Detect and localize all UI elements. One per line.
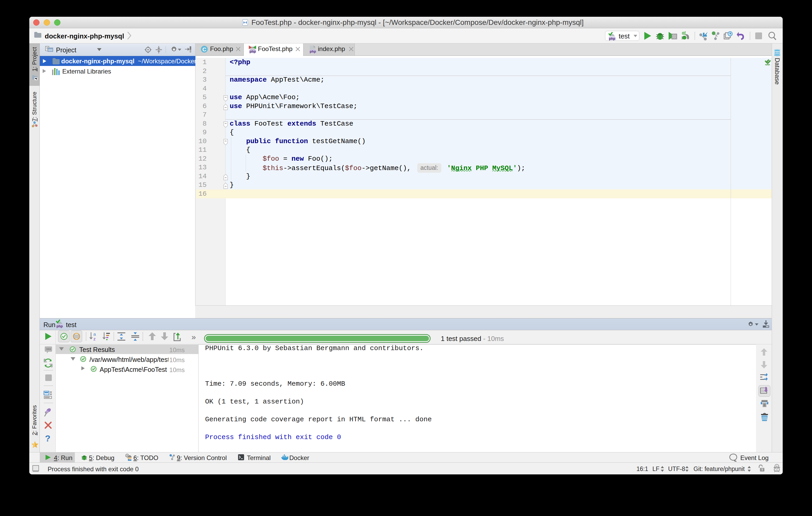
svg-text:php: php <box>57 324 63 328</box>
svg-text:z: z <box>93 337 96 341</box>
svg-text:a: a <box>93 332 96 337</box>
svg-text:php: php <box>250 50 256 53</box>
svg-text:php: php <box>310 50 316 53</box>
svg-text:C: C <box>202 46 206 52</box>
svg-text:php: php <box>609 37 615 40</box>
svg-text:T: T <box>761 468 763 471</box>
